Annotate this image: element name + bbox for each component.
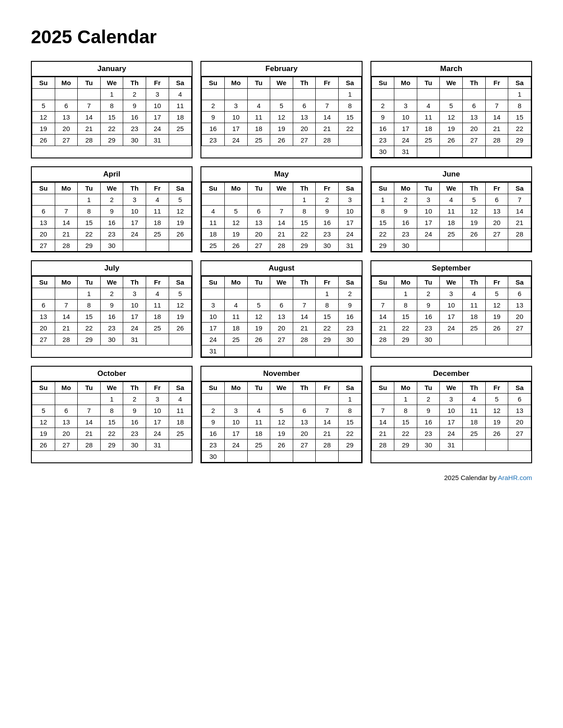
day-header-we: We <box>440 77 463 89</box>
day-cell: 9 <box>417 405 440 417</box>
day-cell: 21 <box>485 123 508 135</box>
day-cell <box>202 394 225 405</box>
day-cell: 25 <box>202 240 225 251</box>
day-cell: 25 <box>169 428 192 439</box>
day-cell: 14 <box>371 311 394 323</box>
day-cell: 9 <box>202 112 225 123</box>
day-cell <box>293 89 316 100</box>
day-cell: 27 <box>270 334 293 345</box>
week-row: 12345 <box>32 288 192 300</box>
day-cell <box>338 345 361 357</box>
month-block-november: NovemberSuMoTuWeThFrSa123456789101112131… <box>200 366 362 463</box>
day-cell <box>440 240 463 251</box>
day-cell: 22 <box>394 428 417 439</box>
day-cell <box>169 135 192 146</box>
day-cell: 13 <box>32 311 55 323</box>
month-title-december: December <box>371 367 531 382</box>
week-row: 14151617181920 <box>371 417 531 428</box>
day-cell: 12 <box>224 217 247 229</box>
day-cell: 24 <box>224 439 247 451</box>
day-header-su: Su <box>202 77 225 89</box>
month-table-december: SuMoTuWeThFrSa12345678910111213141516171… <box>371 382 531 451</box>
month-table-november: SuMoTuWeThFrSa12345678910111213141516171… <box>201 382 361 462</box>
day-cell: 5 <box>224 206 247 217</box>
day-header-mo: Mo <box>55 183 78 194</box>
day-cell: 4 <box>463 394 486 405</box>
day-header-fr: Fr <box>146 382 169 394</box>
week-row: 28293031 <box>371 439 531 451</box>
day-cell: 23 <box>123 428 146 439</box>
week-row: 567891011 <box>32 405 192 417</box>
day-cell: 24 <box>417 229 440 240</box>
day-cell: 18 <box>169 417 192 428</box>
week-row: 1 <box>202 394 361 405</box>
day-cell <box>270 451 293 462</box>
day-cell: 17 <box>146 112 169 123</box>
day-cell: 3 <box>146 394 169 405</box>
day-cell <box>169 240 192 251</box>
week-row: 25262728293031 <box>202 240 361 251</box>
month-title-july: July <box>32 261 192 276</box>
day-cell: 2 <box>316 194 339 206</box>
day-cell <box>417 240 440 251</box>
week-row: 12131415161718 <box>32 417 192 428</box>
day-header-tu: Tu <box>78 382 101 394</box>
day-cell <box>293 394 316 405</box>
week-row: 78910111213 <box>371 405 531 417</box>
day-cell: 11 <box>202 217 225 229</box>
day-header-mo: Mo <box>55 382 78 394</box>
day-cell: 27 <box>293 439 316 451</box>
day-cell <box>508 334 531 345</box>
day-cell: 4 <box>146 288 169 300</box>
day-header-we: We <box>270 183 293 194</box>
day-cell: 12 <box>32 112 55 123</box>
day-cell: 8 <box>100 405 123 417</box>
day-cell: 24 <box>224 135 247 146</box>
day-cell: 21 <box>371 428 394 439</box>
month-title-september: September <box>371 261 531 276</box>
day-cell: 21 <box>55 229 78 240</box>
day-cell <box>247 288 270 300</box>
day-cell: 20 <box>508 311 531 323</box>
day-cell: 27 <box>55 439 78 451</box>
week-row: 262728293031 <box>32 439 192 451</box>
week-row: 6789101112 <box>32 300 192 311</box>
day-cell: 3 <box>417 194 440 206</box>
day-header-fr: Fr <box>485 183 508 194</box>
day-cell: 10 <box>440 300 463 311</box>
week-row: 567891011 <box>32 100 192 112</box>
week-row: 13141516171819 <box>32 311 192 323</box>
day-cell: 10 <box>202 311 225 323</box>
day-cell: 19 <box>485 417 508 428</box>
day-header-fr: Fr <box>485 382 508 394</box>
day-cell: 19 <box>440 123 463 135</box>
month-table-march: SuMoTuWeThFrSa12345678910111213141516171… <box>371 77 531 158</box>
day-cell <box>224 89 247 100</box>
day-header-we: We <box>100 382 123 394</box>
day-cell: 7 <box>508 194 531 206</box>
day-cell <box>371 89 394 100</box>
day-cell: 18 <box>417 123 440 135</box>
day-cell: 15 <box>293 217 316 229</box>
day-cell: 23 <box>417 428 440 439</box>
week-row: 19202122232425 <box>32 123 192 135</box>
day-cell: 19 <box>270 428 293 439</box>
day-cell <box>32 288 55 300</box>
day-cell <box>202 288 225 300</box>
day-cell: 19 <box>224 229 247 240</box>
day-cell: 30 <box>371 146 394 158</box>
day-cell: 24 <box>146 123 169 135</box>
day-header-su: Su <box>202 382 225 394</box>
day-cell: 12 <box>169 300 192 311</box>
day-cell: 1 <box>394 394 417 405</box>
day-cell <box>270 345 293 357</box>
week-row: 9101112131415 <box>202 112 361 123</box>
day-cell: 26 <box>463 229 486 240</box>
footer-link[interactable]: AraHR.com <box>498 474 532 481</box>
day-cell: 10 <box>123 300 146 311</box>
day-cell: 19 <box>270 123 293 135</box>
day-cell <box>485 439 508 451</box>
month-title-april: April <box>32 167 192 182</box>
day-cell <box>463 146 486 158</box>
day-header-fr: Fr <box>316 77 339 89</box>
